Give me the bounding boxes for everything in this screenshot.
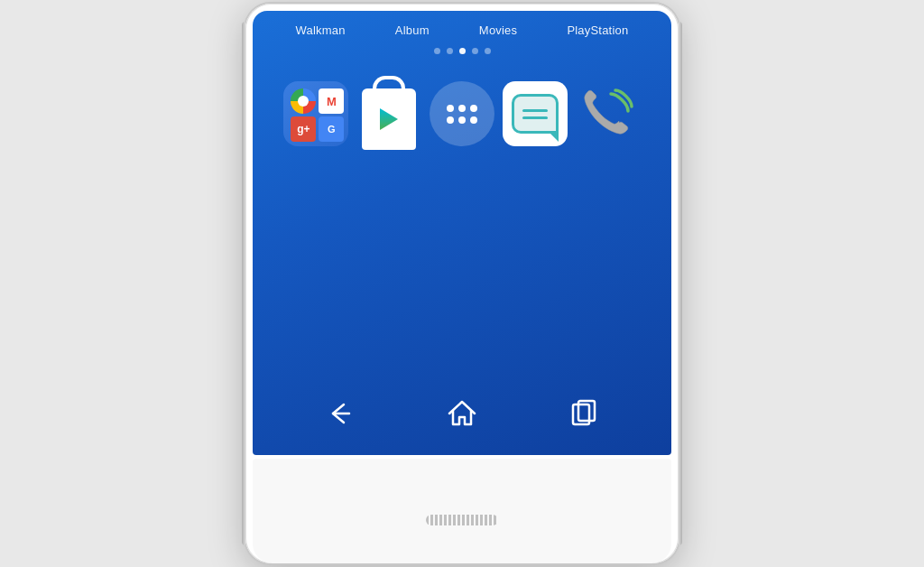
chat-bubble-icon [512,94,559,134]
chat-lines [522,109,548,119]
home-icon [446,397,478,430]
page-indicator [253,42,671,69]
gplus-icon: g+ [291,116,316,142]
all-apps-button[interactable] [430,81,494,146]
home-button[interactable] [446,397,478,433]
play-triangle-svg [374,105,403,134]
recents-icon [569,399,598,428]
apps-grid-icon [447,105,477,124]
phone-wrapper: Walkman Album Movies PlayStation M [227,0,697,567]
play-store-icon[interactable] [356,78,421,150]
back-button[interactable] [326,399,355,432]
app-labels-row: Walkman Album Movies PlayStation [253,11,671,42]
dot-1 [434,48,440,54]
recents-button[interactable] [569,399,598,432]
dot-3-active [459,48,466,54]
app-label-album: Album [395,23,430,37]
play-bag [362,88,416,150]
dot-4 [472,48,478,54]
phone-body: Walkman Album Movies PlayStation M [245,4,679,563]
dot-5 [485,48,491,54]
speaker-grille [426,515,498,525]
messenger-icon[interactable] [503,81,568,146]
chrome-icon [291,88,316,114]
gmail-icon: M [319,88,344,114]
navigation-bar [253,388,671,442]
phone-handset-svg [581,87,635,141]
svg-marker-0 [380,108,398,130]
gsearch-icon: G [319,116,344,142]
app-label-playstation: PlayStation [567,23,628,37]
icons-row: M g+ G [253,69,671,150]
dot-2 [447,48,453,54]
app-label-walkman: Walkman [296,23,346,37]
bottom-bezel [253,459,671,563]
phone-app-icon[interactable] [576,81,641,146]
google-apps-folder[interactable]: M g+ G [283,81,348,146]
back-icon [326,399,355,428]
phone-screen: Walkman Album Movies PlayStation M [253,11,671,455]
app-label-movies: Movies [479,23,517,37]
